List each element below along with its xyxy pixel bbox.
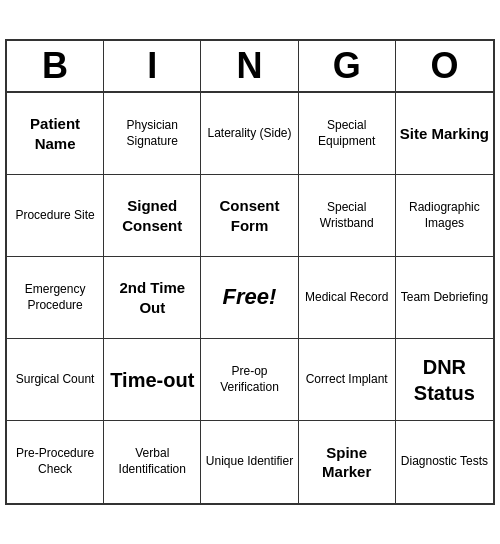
bingo-cell-22[interactable]: Unique Identifier [201, 421, 298, 503]
bingo-cell-19[interactable]: DNR Status [396, 339, 493, 421]
bingo-cell-9[interactable]: Radiographic Images [396, 175, 493, 257]
bingo-cell-16[interactable]: Time-out [104, 339, 201, 421]
bingo-cell-18[interactable]: Correct Implant [299, 339, 396, 421]
header-letter-i: I [104, 41, 201, 91]
bingo-cell-7[interactable]: Consent Form [201, 175, 298, 257]
bingo-cell-11[interactable]: 2nd Time Out [104, 257, 201, 339]
bingo-cell-0[interactable]: Patient Name [7, 93, 104, 175]
header-letter-g: G [299, 41, 396, 91]
bingo-cell-14[interactable]: Team Debriefing [396, 257, 493, 339]
bingo-cell-2[interactable]: Laterality (Side) [201, 93, 298, 175]
header-letter-o: O [396, 41, 493, 91]
bingo-cell-24[interactable]: Diagnostic Tests [396, 421, 493, 503]
header-letter-n: N [201, 41, 298, 91]
bingo-cell-17[interactable]: Pre-op Verification [201, 339, 298, 421]
bingo-cell-5[interactable]: Procedure Site [7, 175, 104, 257]
bingo-cell-6[interactable]: Signed Consent [104, 175, 201, 257]
header-letter-b: B [7, 41, 104, 91]
bingo-cell-13[interactable]: Medical Record [299, 257, 396, 339]
bingo-cell-23[interactable]: Spine Marker [299, 421, 396, 503]
bingo-header: BINGO [7, 41, 493, 93]
bingo-cell-12[interactable]: Free! [201, 257, 298, 339]
bingo-cell-1[interactable]: Physician Signature [104, 93, 201, 175]
bingo-grid: Patient NamePhysician SignatureLateralit… [7, 93, 493, 503]
bingo-cell-3[interactable]: Special Equipment [299, 93, 396, 175]
bingo-cell-8[interactable]: Special Wristband [299, 175, 396, 257]
bingo-cell-21[interactable]: Verbal Identification [104, 421, 201, 503]
bingo-cell-15[interactable]: Surgical Count [7, 339, 104, 421]
bingo-cell-20[interactable]: Pre-Procedure Check [7, 421, 104, 503]
bingo-cell-10[interactable]: Emergency Procedure [7, 257, 104, 339]
bingo-cell-4[interactable]: Site Marking [396, 93, 493, 175]
bingo-card: BINGO Patient NamePhysician SignatureLat… [5, 39, 495, 505]
